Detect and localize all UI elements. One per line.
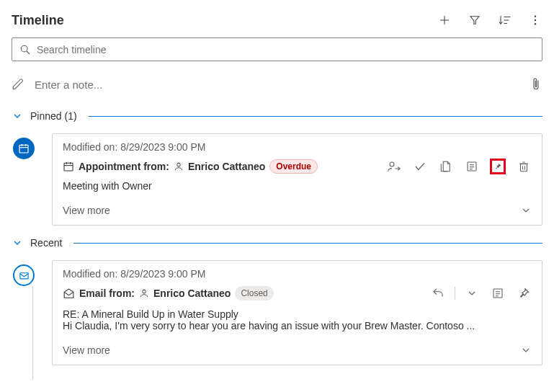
reply-icon (432, 287, 444, 300)
attach-button[interactable] (530, 77, 542, 92)
recent-section-header[interactable]: Recent (12, 233, 542, 253)
calendar-icon (18, 143, 30, 154)
chevron-down-icon[interactable] (520, 344, 532, 356)
svg-rect-15 (64, 163, 73, 171)
section-divider (89, 116, 542, 117)
recent-section-label: Recent (30, 237, 62, 249)
mail-icon (19, 270, 30, 281)
reply-button[interactable] (430, 285, 446, 301)
svg-point-7 (535, 19, 536, 21)
separator (455, 287, 455, 300)
chevron-down-icon (466, 288, 478, 299)
search-input[interactable] (31, 43, 535, 56)
pencil-icon (12, 78, 24, 91)
view-more-row: View more (63, 344, 532, 356)
view-more-row: View more (63, 205, 532, 216)
activity-kind: Email from: (79, 288, 135, 299)
sort-button[interactable] (498, 13, 512, 27)
email-preview: Hi Claudia, I'm very sorry to hear you a… (63, 320, 532, 331)
timeline-panel: Timeline Pinned (1) (0, 0, 554, 392)
item-gutter (12, 260, 52, 365)
svg-point-20 (390, 162, 394, 166)
svg-point-9 (21, 45, 27, 52)
person-icon (139, 288, 149, 298)
person-icon (174, 161, 184, 172)
svg-point-31 (143, 290, 146, 293)
delete-button[interactable] (516, 159, 532, 174)
modified-on-text: Modified on: 8/29/2023 9:00 PM (63, 268, 532, 280)
pinned-section-label: Pinned (1) (30, 110, 77, 122)
thread-line (32, 286, 33, 380)
view-more-link[interactable]: View more (63, 344, 110, 356)
item-gutter (12, 133, 52, 226)
search-box[interactable] (12, 37, 542, 61)
paperclip-icon (530, 77, 542, 92)
activity-type-badge (13, 264, 35, 286)
activity-kind: Appointment from: (79, 161, 169, 172)
note-icon (465, 160, 478, 173)
svg-rect-25 (521, 164, 527, 172)
pin-icon (493, 160, 502, 173)
filter-icon (468, 14, 481, 27)
card-title-row: Appointment from: Enrico Cattaneo Overdu… (63, 159, 532, 174)
pin-button[interactable] (516, 285, 532, 301)
svg-point-19 (177, 163, 181, 166)
activity-person: Enrico Cattaneo (188, 161, 265, 172)
page-title: Timeline (12, 13, 64, 28)
note-button[interactable] (464, 159, 480, 174)
view-more-link[interactable]: View more (63, 205, 110, 216)
pinned-item: Modified on: 8/29/2023 9:00 PM Appointme… (12, 133, 542, 226)
more-button[interactable] (528, 13, 542, 27)
check-icon (414, 160, 426, 173)
pin-button-highlighted[interactable] (490, 159, 506, 174)
person-arrow-icon (387, 160, 401, 173)
header-actions (437, 13, 542, 27)
recent-item: Modified on: 8/29/2023 9:00 PM Email fro… (12, 260, 542, 365)
chevron-down-icon[interactable] (520, 205, 532, 216)
reply-menu-button[interactable] (464, 285, 480, 301)
trash-icon (517, 160, 530, 173)
note-row (12, 70, 542, 99)
note-input[interactable] (24, 78, 530, 92)
add-button[interactable] (437, 13, 452, 27)
sort-icon (498, 14, 512, 27)
pin-outline-icon (517, 287, 530, 300)
card-actions (386, 159, 532, 174)
search-icon (19, 44, 31, 55)
mail-open-icon (63, 288, 75, 300)
recent-card[interactable]: Modified on: 8/29/2023 9:00 PM Email fro… (52, 260, 542, 365)
activity-person: Enrico Cattaneo (153, 288, 231, 299)
svg-rect-11 (19, 145, 28, 153)
more-vertical-icon (529, 14, 542, 27)
status-badge-overdue: Overdue (269, 159, 318, 174)
complete-button[interactable] (412, 159, 428, 174)
email-subject: RE: A Mineral Build Up in Water Supply (63, 308, 532, 320)
note-icon (491, 287, 504, 300)
svg-rect-30 (19, 272, 27, 278)
section-divider (73, 243, 542, 244)
chevron-down-icon (12, 237, 23, 249)
card-actions (430, 285, 532, 301)
calendar-icon (63, 161, 74, 172)
note-button[interactable] (490, 285, 506, 301)
open-record-button[interactable] (438, 159, 454, 174)
activity-type-badge (13, 138, 35, 159)
pinned-section-header[interactable]: Pinned (1) (12, 106, 542, 126)
plus-icon (438, 14, 451, 27)
card-title-row: Email from: Enrico Cattaneo Closed (63, 285, 532, 301)
timeline-header: Timeline (12, 6, 542, 35)
open-record-icon (439, 160, 452, 173)
svg-line-10 (27, 51, 30, 54)
pinned-card[interactable]: Modified on: 8/29/2023 9:00 PM Appointme… (52, 133, 542, 226)
svg-point-6 (535, 16, 536, 17)
card-body: Meeting with Owner (63, 180, 532, 192)
modified-on-text: Modified on: 8/29/2023 9:00 PM (63, 141, 532, 153)
assign-button[interactable] (386, 159, 402, 174)
status-badge-closed: Closed (235, 286, 273, 300)
svg-point-8 (535, 23, 536, 24)
filter-button[interactable] (468, 13, 482, 27)
chevron-down-icon (12, 110, 23, 122)
